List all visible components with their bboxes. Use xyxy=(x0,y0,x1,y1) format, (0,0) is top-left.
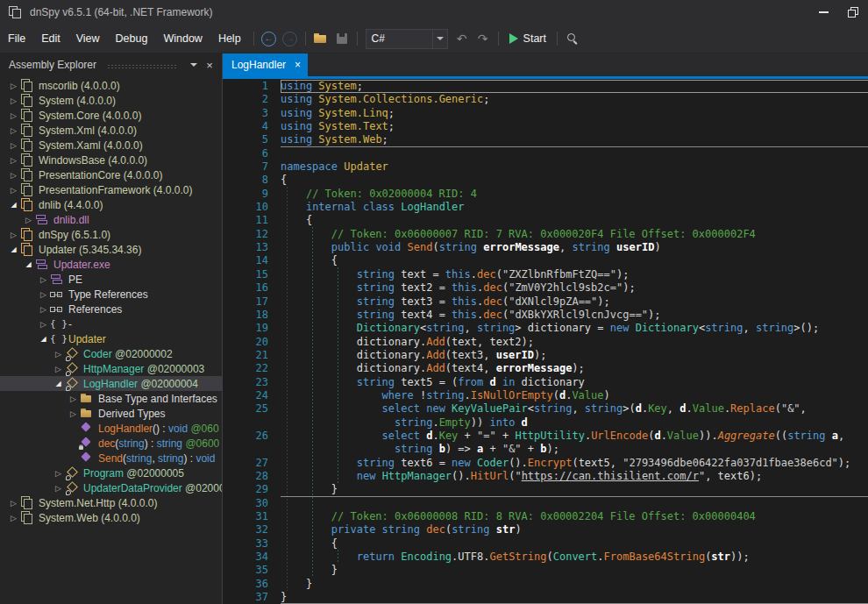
tree-item-ctor-loghandler[interactable]: LogHandler() : void @060 xyxy=(0,421,222,436)
menu-view[interactable]: View xyxy=(68,25,108,53)
tree-expander-icon[interactable] xyxy=(52,484,65,493)
tree-expander-icon[interactable] xyxy=(52,380,65,387)
tree-item-updater[interactable]: Updater (5.345.34.36) xyxy=(0,242,222,257)
tree-expander-icon[interactable] xyxy=(67,394,80,403)
panel-menu-button[interactable] xyxy=(187,58,201,72)
tree-item-pe[interactable]: PE xyxy=(0,272,222,287)
tree-expander-icon[interactable] xyxy=(37,290,50,299)
code-line-37[interactable]: 37} xyxy=(223,591,868,604)
code-line-35[interactable]: 35 } xyxy=(223,564,868,577)
code-line-36[interactable]: 36 } xyxy=(223,578,868,591)
tree-item-coder[interactable]: Coder @02000002 xyxy=(0,346,222,361)
code-line-6[interactable]: 6 xyxy=(223,147,868,160)
code-line-27[interactable]: 27 string text6 = new Coder().Encrypt(te… xyxy=(223,457,868,470)
code-line-11[interactable]: 11 { xyxy=(223,214,868,227)
open-file-button[interactable] xyxy=(311,28,331,49)
code-line-30[interactable]: 30 xyxy=(223,497,868,510)
tree-item-system-xaml[interactable]: System.Xaml (4.0.0.0) xyxy=(0,138,222,153)
tree-item-updater-exe[interactable]: Updater.exe xyxy=(0,257,222,272)
tree-item-system-xml[interactable]: System.Xml (4.0.0.0) xyxy=(0,123,222,138)
code-line-29[interactable]: 29 } xyxy=(223,483,868,496)
tree-item-namespace-empty[interactable]: - xyxy=(0,316,222,331)
tree-expander-icon[interactable] xyxy=(52,469,65,478)
language-selector[interactable]: C# xyxy=(366,29,448,49)
tree-item-references[interactable]: References xyxy=(0,302,222,316)
menu-debug[interactable]: Debug xyxy=(108,25,156,53)
navigate-back-button[interactable]: ← xyxy=(260,28,279,49)
code-line-16[interactable]: 16 string text2 = this.dec("ZmV0Y2hlcl9s… xyxy=(223,281,868,295)
tree-item-derived-types[interactable]: Derived Types xyxy=(0,406,222,421)
code-line-5[interactable]: 5using System.Web; xyxy=(223,133,868,146)
tree-item-system[interactable]: System (4.0.0.0) xyxy=(0,93,222,108)
minimize-button[interactable] xyxy=(808,0,838,25)
tree-expander-icon[interactable] xyxy=(52,365,65,373)
tree-expander-icon[interactable] xyxy=(67,409,80,418)
code-line-1[interactable]: 1using System; xyxy=(223,80,868,93)
code-line-13[interactable]: 13 public void Send(string errorMessage,… xyxy=(223,241,868,254)
code-line-20[interactable]: 20 dictionary.Add(text, text2); xyxy=(223,336,868,349)
menu-window[interactable]: Window xyxy=(155,25,210,53)
code-line-34[interactable]: 34 return Encoding.UTF8.GetString(Conver… xyxy=(223,551,868,564)
tree-expander-icon[interactable] xyxy=(7,126,20,135)
tree-item-system-net-http[interactable]: System.Net.Http (4.0.0.0) xyxy=(0,495,222,510)
code-line-25[interactable]: 25 select new KeyValuePair<string, strin… xyxy=(223,402,868,416)
tree-expander-icon[interactable] xyxy=(7,111,20,120)
code-line-33[interactable]: 33 { xyxy=(223,537,868,551)
redo-button[interactable]: ↷ xyxy=(473,28,493,49)
code-line-2[interactable]: 2using System.Collections.Generic; xyxy=(223,93,868,106)
tree-item-windowsbase[interactable]: WindowsBase (4.0.0.0) xyxy=(0,153,222,167)
menu-file[interactable]: File xyxy=(0,25,33,53)
tree-expander-icon[interactable] xyxy=(52,350,65,359)
code-line-10[interactable]: 10 internal class LogHandler xyxy=(223,201,868,214)
menu-help[interactable]: Help xyxy=(210,25,249,53)
panel-grip-texture[interactable] xyxy=(107,64,176,68)
tree-expander-icon[interactable] xyxy=(7,231,20,239)
code-line-26[interactable]: 26 select d.Key + "=" + HttpUtility.UrlE… xyxy=(223,430,868,443)
code-line-18[interactable]: 18 string text4 = this.dec("dXBkYXRlcl9l… xyxy=(223,309,868,322)
tree-expander-icon[interactable] xyxy=(22,216,35,224)
code-line-19[interactable]: 19 Dictionary<string, string> dictionary… xyxy=(223,322,868,335)
tree-expander-icon[interactable] xyxy=(7,514,20,522)
tree-item-method-send[interactable]: Send(string, string) : void xyxy=(0,451,222,465)
menu-edit[interactable]: Edit xyxy=(33,25,68,53)
tree-item-loghandler[interactable]: LogHandler @02000004 xyxy=(0,376,222,391)
code-line-3[interactable]: 3using System.Linq; xyxy=(223,107,868,120)
tree-expander-icon[interactable] xyxy=(37,305,50,314)
start-debug-button[interactable]: Start xyxy=(504,28,551,49)
code-line-22[interactable]: 22 dictionary.Add(text4, errorMessage); xyxy=(223,362,868,375)
tab-close-icon[interactable]: × xyxy=(295,60,301,70)
tree-item-system-web[interactable]: System.Web (4.0.0.0) xyxy=(0,510,222,525)
tree-item-program[interactable]: Program @02000005 xyxy=(0,465,222,480)
code-line-32[interactable]: 32 private string dec(string str) xyxy=(223,523,868,536)
tree-expander-icon[interactable] xyxy=(7,245,20,253)
tab-loghandler[interactable]: LogHandler × xyxy=(223,53,308,76)
code-line-wrap-27[interactable]: string b) => a + "&" + b); xyxy=(223,443,868,456)
code-line-4[interactable]: 4using System.Text; xyxy=(223,120,868,133)
code-line-31[interactable]: 31 // Token: 0x06000008 RID: 8 RVA: 0x00… xyxy=(223,510,868,523)
save-button[interactable] xyxy=(332,28,352,49)
tree-item-system-core[interactable]: System.Core (4.0.0.0) xyxy=(0,108,222,123)
tree-item-dnlib[interactable]: dnlib (4.4.0.0) xyxy=(0,197,222,212)
code-line-14[interactable]: 14 { xyxy=(223,254,868,267)
code-line-wrap-25[interactable]: string.Empty)) into d xyxy=(223,416,868,430)
tree-expander-icon[interactable] xyxy=(7,499,20,508)
tree-expander-icon[interactable] xyxy=(37,275,50,284)
tree-expander-icon[interactable] xyxy=(7,156,20,165)
code-line-9[interactable]: 9 // Token: 0x02000004 RID: 4 xyxy=(223,188,868,201)
tree-item-httpmanager[interactable]: HttpManager @02000003 xyxy=(0,361,222,376)
restore-button[interactable] xyxy=(838,0,868,25)
code-line-24[interactable]: 24 where !string.IsNullOrEmpty(d.Value) xyxy=(223,389,868,402)
tree-item-type-references[interactable]: Type References xyxy=(0,287,222,302)
tree-expander-icon[interactable] xyxy=(7,96,20,105)
tree-item-mscorlib[interactable]: mscorlib (4.0.0.0) xyxy=(0,78,222,93)
tree-item-dnlib-dll[interactable]: dnlib.dll xyxy=(0,212,222,227)
tree-item-namespace-updater[interactable]: Updater xyxy=(0,331,222,346)
tree-item-dnspy[interactable]: dnSpy (6.5.1.0) xyxy=(0,227,222,242)
code-line-23[interactable]: 23 string text5 = (from d in dictionary xyxy=(223,376,868,389)
tree-item-method-dec[interactable]: dec(string) : string @0600 xyxy=(0,436,222,451)
panel-close-button[interactable]: × xyxy=(203,58,217,72)
tree-expander-icon[interactable] xyxy=(37,335,50,343)
navigate-forward-button[interactable]: → xyxy=(281,28,300,49)
code-line-17[interactable]: 17 string text3 = this.dec("dXNlcl9pZA==… xyxy=(223,295,868,309)
tree-item-updaterdataprovider[interactable]: UpdaterDataProvider @02000 xyxy=(0,480,222,495)
